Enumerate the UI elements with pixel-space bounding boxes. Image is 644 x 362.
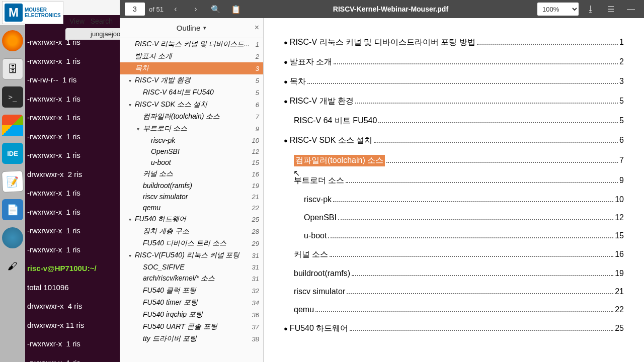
outline-label: 발표자 소개	[135, 52, 254, 61]
toc-page-num: 22	[615, 305, 624, 314]
outline-item[interactable]: arch/riscv/kernel/* 소스31	[120, 273, 263, 285]
toc-entry[interactable]: RISC-V 64 비트 FU5405	[284, 116, 624, 126]
outline-item[interactable]: tty 드라이버 포팅38	[120, 333, 263, 345]
outline-item[interactable]: riscv simulator21	[120, 191, 263, 202]
ide-icon[interactable]: IDE	[2, 143, 23, 164]
search-icon[interactable]: 🔍	[208, 2, 224, 16]
toc-entry[interactable]: qemu22	[284, 305, 624, 314]
files-icon[interactable]: 🗄	[2, 58, 23, 79]
outline-item[interactable]: ▾RISC-V(FU540) 리눅스 커널 포팅31	[120, 249, 263, 261]
outline-page: 3	[256, 65, 259, 72]
outline-item[interactable]: 발표자 소개2	[120, 50, 263, 62]
outline-page: 28	[252, 228, 259, 235]
outline-label: FU540 timer 포팅	[143, 298, 250, 307]
outline-item[interactable]: FU540 클럭 포팅32	[120, 285, 263, 297]
toc-entry[interactable]: ●목차3	[284, 76, 624, 87]
outline-header[interactable]: Outline▾ ×	[120, 18, 263, 38]
terminal-icon[interactable]: >_	[2, 86, 23, 108]
outline-label: qemu	[143, 204, 250, 212]
outline-item[interactable]: OpenSBI12	[120, 146, 263, 157]
outline-page: 29	[252, 240, 259, 247]
toc-entry[interactable]: riscv-pk10	[284, 195, 624, 204]
outline-item[interactable]: 커널 소스16	[120, 168, 263, 180]
outline-item[interactable]: FU540 디바이스 트리 소스29	[120, 237, 263, 249]
outline-page: 6	[256, 101, 259, 109]
clipboard-icon[interactable]: 📋	[228, 2, 244, 16]
toc-page-num: 21	[615, 287, 624, 296]
outline-item[interactable]: 컴파일러(toolchain) 소스7	[120, 111, 263, 123]
toc-text: 부트로더 소스	[294, 175, 344, 186]
bullet-icon: ●	[284, 98, 288, 105]
page-total-label: of 51	[149, 6, 164, 13]
expand-arrow-icon: ▾	[129, 78, 135, 83]
document-icon[interactable]: 📄	[2, 199, 23, 220]
outline-page: 9	[256, 125, 259, 133]
menu-search[interactable]: Search	[91, 17, 113, 25]
gimp-icon[interactable]: 🖌	[2, 255, 23, 277]
outline-item[interactable]: ▾FU540 하드웨어25	[120, 213, 263, 225]
toc-leader	[334, 63, 618, 64]
toc-page-num: 7	[619, 156, 624, 165]
toc-entry[interactable]: riscv simulator21	[284, 287, 624, 296]
outline-page: 31	[252, 263, 259, 271]
download-icon[interactable]: ⭳	[583, 2, 599, 16]
toc-entry[interactable]: ●RISC-V 개발 환경5	[284, 96, 624, 107]
toc-text: FU540 하드웨어	[290, 323, 348, 334]
toc-entry[interactable]: 부트로더 소스9	[284, 175, 624, 186]
toc-entry[interactable]: ●RISC-V 리눅스 커널 및 디바이스드라이버 포팅 방법1	[284, 37, 624, 48]
toc-leader	[477, 44, 618, 45]
toc-entry[interactable]: ●FU540 하드웨어25	[284, 323, 624, 334]
outline-item[interactable]: 장치 계층 구조28	[120, 225, 263, 237]
toc-entry[interactable]: OpenSBI12	[284, 213, 624, 222]
outline-item[interactable]: 목차3	[120, 62, 263, 74]
outline-page: 21	[252, 193, 259, 201]
toc-entry[interactable]: ●발표자 소개2	[284, 57, 624, 67]
zoom-select[interactable]: 100%	[537, 3, 579, 16]
app-grid-icon[interactable]	[2, 284, 23, 305]
page-number-input[interactable]	[125, 3, 145, 16]
outline-item[interactable]: ▾RISC-V SDK 소스 설치6	[120, 99, 263, 111]
toc-entry[interactable]: 커널 소스16	[284, 249, 624, 260]
next-page-button[interactable]: ›	[188, 2, 204, 16]
toc-entry[interactable]: 컴파일러(toolchain) 소스7	[284, 155, 624, 166]
expand-arrow-icon: ▾	[137, 126, 143, 132]
outline-item[interactable]: ▾부트로더 소스9	[120, 123, 263, 135]
outline-item[interactable]: FU540 UART 콘솔 포팅37	[120, 321, 263, 333]
prev-page-button[interactable]: ‹	[168, 2, 184, 16]
firefox-icon[interactable]	[2, 30, 23, 51]
toc-entry[interactable]: u-boot15	[284, 231, 624, 240]
toc-page-num: 6	[619, 136, 624, 145]
outline-label: OpenSBI	[151, 147, 250, 155]
outline-item[interactable]: FU540 irqchip 포팅36	[120, 309, 263, 321]
mouser-logo: M MOUSERELECTRONICS	[2, 1, 63, 24]
pdf-page-content[interactable]: ●RISC-V 리눅스 커널 및 디바이스드라이버 포팅 방법1●발표자 소개2…	[264, 18, 644, 362]
outline-page: 38	[252, 335, 259, 343]
chevron-down-icon: ▾	[203, 25, 206, 31]
outline-item[interactable]: RISC-V 리눅스 커널 및 디바이스드...1	[120, 38, 263, 50]
toc-entry[interactable]: ●RISC-V SDK 소스 설치6	[284, 135, 624, 146]
toc-page-num: 10	[615, 195, 624, 204]
minimize-icon[interactable]: —	[623, 2, 639, 16]
outline-item[interactable]: qemu22	[120, 202, 263, 213]
outline-item[interactable]: riscv-pk10	[120, 135, 263, 146]
close-icon[interactable]: ×	[255, 23, 259, 32]
outline-item[interactable]: buildroot(ramfs)19	[120, 180, 263, 191]
outline-item[interactable]: SOC_SIFIVE31	[120, 261, 263, 273]
settings-whirl-icon[interactable]	[2, 227, 23, 248]
toc-entry[interactable]: buildroot(ramfs)19	[284, 269, 624, 278]
outline-item[interactable]: RISC-V 64비트 FU5405	[120, 86, 263, 99]
terminal-menubar: View Search	[65, 15, 117, 27]
toc-page-num: 9	[619, 176, 624, 185]
outline-item[interactable]: u-boot15	[120, 157, 263, 168]
menu-view[interactable]: View	[69, 17, 85, 25]
windows-icon[interactable]	[2, 115, 23, 136]
outline-item[interactable]: ▾RISC-V 개발 환경5	[120, 74, 263, 86]
outline-label: 커널 소스	[143, 169, 250, 178]
text-editor-icon[interactable]: 📝	[2, 170, 24, 193]
outline-label: SOC_SIFIVE	[143, 263, 250, 271]
outline-label: riscv simulator	[143, 193, 250, 201]
outline-label: 부트로더 소스	[143, 124, 254, 133]
outline-page: 5	[256, 77, 259, 84]
menu-icon[interactable]: ☰	[603, 2, 619, 16]
outline-item[interactable]: FU540 timer 포팅34	[120, 297, 263, 309]
